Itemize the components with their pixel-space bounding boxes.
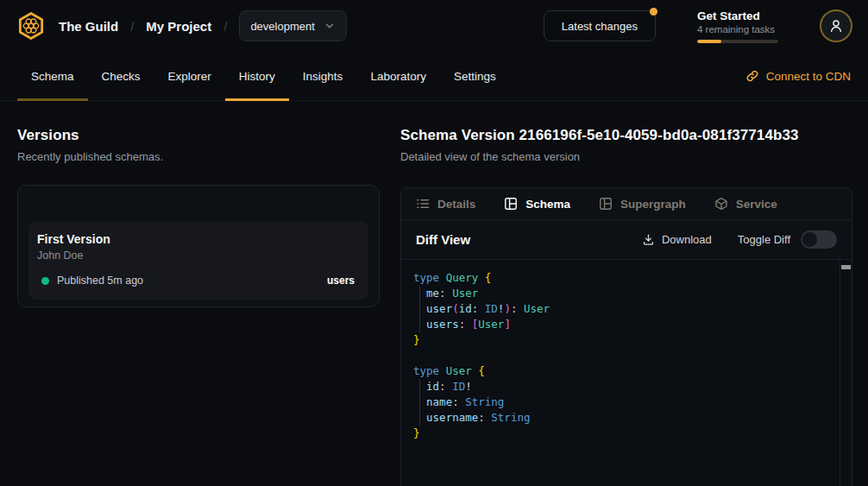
detail-tab-details[interactable]: Details xyxy=(416,197,475,211)
detail-tab-label: Service xyxy=(736,198,777,211)
box-icon xyxy=(714,197,728,211)
toggle-diff-switch[interactable] xyxy=(801,230,837,249)
latest-changes-button[interactable]: Latest changes xyxy=(544,10,656,41)
code-scrollbar-thumb[interactable] xyxy=(841,265,851,269)
get-started-title: Get Started xyxy=(697,9,778,22)
breadcrumb-org[interactable]: The Guild xyxy=(59,19,118,34)
main-nav-tabs: SchemaChecksExplorerHistoryInsightsLabor… xyxy=(17,52,510,100)
download-icon xyxy=(642,233,655,246)
nav-tab-underline xyxy=(440,98,510,101)
list-icon xyxy=(416,197,430,211)
version-footer: Published 5m ago users xyxy=(37,275,355,287)
get-started-subtitle: 4 remaining tasks xyxy=(697,24,778,35)
panels-icon xyxy=(504,197,518,211)
detail-tab-service[interactable]: Service xyxy=(714,197,777,211)
code-line: type User { xyxy=(413,363,834,379)
download-button[interactable]: Download xyxy=(642,233,712,246)
get-started-progressbar xyxy=(697,40,778,43)
code-line: user(id: ID!): User xyxy=(413,301,834,317)
app-root: The Guild / My Project / development Lat… xyxy=(0,0,868,486)
target-selector-value: development xyxy=(250,20,314,33)
main-nav: SchemaChecksExplorerHistoryInsightsLabor… xyxy=(0,52,868,101)
connect-cdn-label: Connect to CDN xyxy=(766,70,851,83)
versions-list: First Version John Doe Published 5m ago … xyxy=(17,185,380,307)
header: The Guild / My Project / development Lat… xyxy=(0,0,868,52)
code-line: username: String xyxy=(413,410,834,426)
version-status: Published 5m ago xyxy=(57,275,143,287)
link-icon xyxy=(745,69,759,83)
nav-tab-label: Laboratory xyxy=(370,70,426,83)
person-icon xyxy=(828,18,844,34)
header-actions: Latest changes Get Started 4 remaining t… xyxy=(544,9,852,43)
nav-tab-underline xyxy=(17,98,88,101)
code-line: name: String xyxy=(413,394,834,410)
chevron-down-icon xyxy=(324,20,336,32)
connect-cdn-link[interactable]: Connect to CDN xyxy=(745,52,851,100)
panels-icon xyxy=(599,197,613,211)
nav-tab-history[interactable]: History xyxy=(225,52,289,100)
schema-detail-box: DetailsSchemaSupergraphService Diff View… xyxy=(400,187,852,486)
nav-tab-settings[interactable]: Settings xyxy=(440,52,510,100)
detail-tab-label: Details xyxy=(437,198,475,211)
nav-tab-label: History xyxy=(239,70,275,83)
toggle-knob xyxy=(802,232,817,247)
nav-tab-label: Checks xyxy=(102,70,141,83)
breadcrumb-separator: / xyxy=(223,19,227,34)
nav-tab-underline xyxy=(88,98,154,101)
nav-tab-underline xyxy=(289,98,357,101)
schema-version-subtitle: Detailed view of the schema version xyxy=(400,150,852,163)
breadcrumb-project[interactable]: My Project xyxy=(146,19,211,34)
schema-sdl-code[interactable]: type Query { me: User user(id: ID!): Use… xyxy=(401,260,852,441)
nav-tab-underline xyxy=(154,98,225,101)
version-detail-panel: Schema Version 2166196f-5e10-4059-bd0a-0… xyxy=(400,127,852,486)
version-author: John Doe xyxy=(37,249,355,262)
code-line: } xyxy=(413,426,834,441)
user-avatar[interactable] xyxy=(820,9,852,42)
guild-logo-icon[interactable] xyxy=(16,10,47,41)
version-service-badge: users xyxy=(327,275,355,287)
breadcrumb: The Guild / My Project / development xyxy=(59,10,347,41)
nav-tab-explorer[interactable]: Explorer xyxy=(154,52,225,100)
breadcrumb-separator: / xyxy=(130,19,134,34)
version-name: First Version xyxy=(37,232,355,246)
detail-tab-supergraph[interactable]: Supergraph xyxy=(599,197,686,211)
nav-tab-label: Insights xyxy=(303,70,343,83)
versions-panel: Versions Recently published schemas. Fir… xyxy=(17,127,380,486)
nav-tab-laboratory[interactable]: Laboratory xyxy=(356,52,440,100)
nav-tab-label: Schema xyxy=(31,70,74,83)
schema-version-title: Schema Version 2166196f-5e10-4059-bd0a-0… xyxy=(400,127,852,144)
nav-tab-insights[interactable]: Insights xyxy=(289,52,357,100)
version-list-item[interactable]: First Version John Doe Published 5m ago … xyxy=(28,222,368,300)
detail-tab-schema[interactable]: Schema xyxy=(504,197,570,211)
code-line: id: ID! xyxy=(413,379,834,394)
nav-tab-label: Settings xyxy=(454,70,496,83)
nav-tab-underline xyxy=(356,98,440,101)
code-scrollbar[interactable] xyxy=(840,260,852,486)
code-line xyxy=(413,348,834,363)
main-content: Versions Recently published schemas. Fir… xyxy=(0,101,868,486)
versions-subtitle: Recently published schemas. xyxy=(17,150,380,163)
nav-tab-schema[interactable]: Schema xyxy=(17,52,88,100)
schema-code-viewer: type Query { me: User user(id: ID!): Use… xyxy=(401,260,852,486)
code-line: users: [User] xyxy=(413,317,834,332)
code-line: type Query { xyxy=(413,270,834,286)
download-label: Download xyxy=(662,233,712,246)
diff-view-actions: Download Toggle Diff xyxy=(642,230,837,249)
detail-tab-label: Schema xyxy=(525,198,570,211)
notification-dot-icon xyxy=(650,8,657,16)
nav-tab-underline xyxy=(225,98,289,101)
get-started-widget[interactable]: Get Started 4 remaining tasks xyxy=(697,9,778,43)
nav-tab-checks[interactable]: Checks xyxy=(88,52,154,100)
code-line: } xyxy=(413,332,834,348)
versions-title: Versions xyxy=(17,127,380,144)
diff-view-toolbar: Diff View Download Toggle Diff xyxy=(401,220,852,260)
detail-tabs: DetailsSchemaSupergraphService xyxy=(401,188,852,220)
code-line: me: User xyxy=(413,286,834,301)
get-started-progress-fill xyxy=(697,40,721,43)
diff-view-title: Diff View xyxy=(416,232,470,247)
target-selector[interactable]: development xyxy=(239,10,346,41)
latest-changes-label: Latest changes xyxy=(562,20,638,33)
detail-tab-label: Supergraph xyxy=(620,198,686,211)
toggle-diff-label: Toggle Diff xyxy=(738,233,790,246)
published-status-dot-icon xyxy=(41,277,49,285)
